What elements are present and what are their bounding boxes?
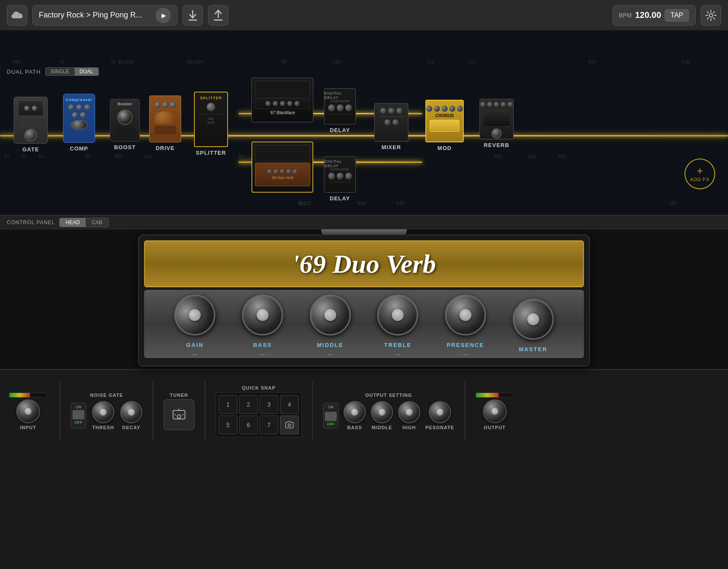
tap-button[interactable]: TAP (664, 9, 689, 22)
output-high-knob[interactable] (398, 401, 420, 423)
bpm-value[interactable]: 120.00 (635, 10, 661, 20)
t11-text: T11 (469, 60, 477, 64)
separator-4 (312, 381, 313, 441)
circuit-text-11: T8 (281, 60, 286, 64)
thresh-label: THRESH (92, 425, 114, 430)
delay-bottom-pedal[interactable]: DIGITAL DELAY POSITIVE/RD DELAY (324, 156, 356, 202)
snap-btn-4[interactable]: 4 (280, 395, 299, 414)
delay-top-pedal[interactable]: DIGITAL DELAY POSITIVE/RD DELAY (324, 88, 356, 133)
mixer-pedal[interactable]: MIXER (374, 103, 408, 150)
upload-button[interactable] (208, 5, 228, 26)
tuner-button[interactable] (164, 399, 194, 430)
amp-name-plate: '69 Duo Verb (144, 240, 584, 287)
snap-btn-1[interactable]: 1 (219, 395, 237, 414)
separator-5 (465, 381, 465, 441)
amp-67-blackface[interactable]: '67 Blackface (251, 78, 313, 122)
gain-knob-wrap[interactable]: 1 2 3 4 5 6 7 8 9 10 (171, 292, 218, 338)
decay-section: DECAY (120, 401, 142, 430)
snap-btn-camera[interactable] (280, 416, 299, 434)
amp-69-duo-verb[interactable]: '69 Duo Verb (251, 142, 313, 193)
snap-btn-6[interactable]: 6 (239, 416, 258, 434)
output-bass-knob[interactable] (344, 401, 366, 423)
vu-meter-input (9, 393, 47, 398)
reverb-label: REVERB (484, 142, 509, 148)
top-bar: Factory Rock > Ping Pong R... ▶ BPM 120.… (0, 0, 728, 31)
splitter-pedal[interactable]: SPLITTER 30p 2x00 SPLITTER (194, 92, 228, 156)
reverb-pedal[interactable]: REVERB (480, 99, 514, 148)
control-panel-bar: CONTROL PANEL HEAD CAB (0, 216, 728, 229)
circuit-text-12: T10 (332, 60, 340, 64)
path-toggle: SINGLE DUAL (45, 67, 99, 76)
output-knob-section: OUTPUT (476, 393, 514, 430)
master-knob-wrap[interactable]: 1 2 3 4 5 6 7 8 9 10 (510, 296, 557, 343)
single-toggle[interactable]: SINGLE (46, 68, 75, 75)
noise-gate-section: NOISE GATE ON OFF THRESH DECAY (71, 393, 142, 430)
bass-knob-wrap[interactable]: 1 2 3 4 5 6 7 8 9 10 (239, 292, 286, 338)
input-knob[interactable] (16, 399, 40, 423)
middle-knob-wrap[interactable]: 1 2 3 4 5 6 7 8 9 10 (307, 292, 354, 338)
output-knob[interactable] (483, 399, 507, 423)
noise-gate-toggle[interactable]: ON OFF (71, 403, 86, 428)
bass-label: BASS (253, 342, 272, 348)
output-bass-section: BASS (344, 401, 366, 430)
circuit-text-21: R26 (588, 60, 596, 64)
cab-toggle[interactable]: CAB (86, 218, 108, 227)
circuit-text-7: R15 (115, 154, 123, 159)
amp-display: '69 Duo Verb (0, 229, 728, 369)
circuit-text-22: 35V (669, 201, 677, 206)
middle-label: MIDDLE (317, 342, 344, 348)
tuner-section: TUNER (164, 393, 194, 430)
presence-dash: — (463, 352, 468, 357)
boost-label: BOOST (114, 144, 136, 150)
presence-knob-wrap[interactable]: 1 2 3 4 5 6 7 8 9 10 (442, 292, 489, 338)
master-knob-item: 1 2 3 4 5 6 7 8 9 10 (510, 296, 557, 352)
bass-dash: — (260, 352, 265, 357)
snap-btn-7[interactable]: 7 (260, 416, 278, 434)
gate-pedal[interactable]: GATE (14, 97, 48, 153)
play-button[interactable]: ▶ (156, 8, 171, 23)
separator-3 (205, 381, 205, 441)
delay-bottom-label: DELAY (330, 195, 350, 202)
circuit-text-6: R2 (85, 154, 90, 159)
add-fx-plus-icon: + (697, 166, 703, 176)
signal-line-main (0, 135, 728, 136)
master-label: MASTER (519, 346, 547, 352)
output-middle-section: MIDDLE (371, 401, 393, 430)
snap-btn-3[interactable]: 3 (260, 395, 278, 414)
boost-pedal[interactable]: Booster BOOST (110, 99, 140, 150)
decay-label: DECAY (122, 425, 141, 430)
gain-dash: — (193, 352, 197, 357)
mod-pedal[interactable]: CHORUS MOD (425, 100, 464, 151)
svg-point-0 (709, 14, 713, 17)
add-fx-button[interactable]: + ADD FX (685, 159, 715, 189)
preset-selector[interactable]: Factory Rock > Ping Pong R... ▶ (32, 5, 177, 26)
treble-knob-wrap[interactable]: 1 2 3 4 5 6 7 8 9 10 (374, 292, 421, 338)
output-toggle[interactable]: ON OFF (323, 403, 338, 428)
bottom-bar: INPUT NOISE GATE ON OFF THRESH DECAY TUN… (0, 369, 728, 452)
middle-dash: — (328, 352, 332, 357)
snap-btn-2[interactable]: 2 (239, 395, 258, 414)
amp-knob-panel: 1 2 3 4 5 6 7 8 9 10 (144, 290, 584, 358)
mod-label: MOD (437, 145, 451, 151)
settings-button[interactable] (701, 5, 721, 26)
comp-pedal[interactable]: Compressor COMP (63, 94, 95, 152)
decay-knob[interactable] (120, 401, 142, 423)
output-middle-knob[interactable] (371, 401, 393, 423)
control-panel: CONTROL PANEL HEAD CAB '69 Duo Verb (0, 215, 728, 369)
dual-toggle[interactable]: DUAL (75, 68, 98, 75)
head-toggle[interactable]: HEAD (60, 218, 86, 227)
output-middle-label: MIDDLE (372, 425, 392, 430)
output-off-label: OFF (327, 422, 335, 426)
snap-btn-5[interactable]: 5 (219, 416, 237, 434)
bass-knob-item: 1 2 3 4 5 6 7 8 9 10 (239, 292, 286, 357)
drive-pedal[interactable]: DRIVE (149, 95, 181, 151)
output-pesonate-knob[interactable] (429, 401, 451, 423)
preset-text: Factory Rock > Ping Pong R... (39, 11, 152, 20)
thresh-knob[interactable] (92, 401, 114, 423)
control-panel-label: CONTROL PANEL (7, 220, 55, 225)
cloud-button[interactable] (7, 5, 27, 26)
dual-path-label: DUAL PATH (7, 69, 41, 75)
vu-meter-output (476, 393, 514, 398)
gain-label: GAIN (186, 342, 204, 348)
download-button[interactable] (182, 5, 203, 26)
